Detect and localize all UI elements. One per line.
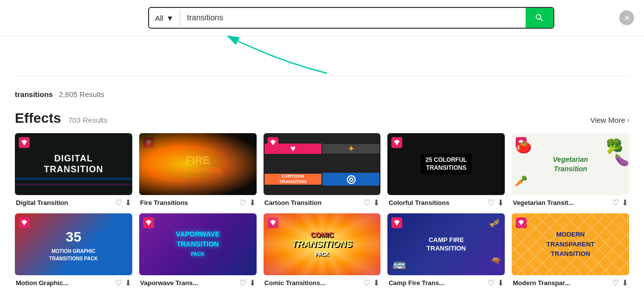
- card-title-colorful: Colorful Transitions: [388, 199, 449, 206]
- like-button-vegetarian[interactable]: ♡: [612, 198, 619, 207]
- premium-badge-campfire: [391, 217, 402, 228]
- view-more-link[interactable]: View More ›: [590, 116, 629, 124]
- clear-search-button[interactable]: ✕: [619, 10, 634, 25]
- category-dropdown[interactable]: All ▼: [149, 10, 180, 26]
- like-button-comic[interactable]: ♡: [363, 278, 370, 288]
- card-label-fire: Fire Transitions ♡ ⬇: [139, 195, 257, 209]
- campfire-thumb-text: CAMP FIRETRANSITION: [427, 236, 466, 253]
- card-cartoon-transition: ♥ ✦ CARTOONTRANSITION ◎ Cartoon Transiti…: [264, 133, 381, 209]
- download-button-vaporwave[interactable]: ⬇: [249, 278, 256, 288]
- download-button-vegetarian[interactable]: ⬇: [622, 198, 628, 207]
- search-container: All ▼: [148, 7, 554, 29]
- premium-badge-colorful: [391, 137, 402, 148]
- like-button-cartoon[interactable]: ♡: [363, 198, 370, 207]
- gem-icon: [393, 219, 400, 226]
- card-label-digital: Digital Transition ♡ ⬇: [15, 195, 132, 209]
- thumb-modern-transparent[interactable]: MODERNTRANSPARENTTRANSITION: [512, 213, 629, 275]
- card-digital-transition: DIGITALTRANSITION Digital Transition ♡ ⬇: [15, 133, 132, 209]
- card-title-vegetarian: Vegetarian Transit...: [513, 199, 574, 206]
- card-title-campfire: Camp Fire Trans...: [388, 279, 444, 287]
- dropdown-label: All: [155, 14, 163, 22]
- thumb-vaporwave-transition[interactable]: VAPORWAVETRANSITIONPACK: [139, 213, 257, 275]
- cartoon-cell-4: ◎: [322, 173, 379, 186]
- card-title-digital: Digital Transition: [16, 199, 68, 206]
- card-vegetarian-transition: 🥦 🍆 🍅 🥕 VegetarianTransition Vegetarian …: [512, 133, 629, 209]
- card-actions-vaporwave: ♡ ⬇: [239, 278, 256, 288]
- card-actions-digital: ♡ ⬇: [115, 198, 131, 207]
- download-button-colorful[interactable]: ⬇: [497, 198, 504, 207]
- veggie-emoji-3: 🍅: [516, 139, 532, 154]
- premium-badge-motion: [19, 217, 30, 228]
- premium-badge-vaporwave: [143, 217, 154, 228]
- thumb-comic-transitions[interactable]: COMICTransitionsPACK: [264, 213, 381, 275]
- thumb-digital-transition[interactable]: DIGITALTRANSITION: [15, 133, 132, 195]
- download-button-campfire[interactable]: ⬇: [497, 278, 504, 288]
- section-header: Effects 703 Results View More ›: [15, 101, 629, 133]
- like-button-digital[interactable]: ♡: [115, 198, 122, 207]
- thumb-vegetarian-transition[interactable]: 🥦 🍆 🍅 🥕 VegetarianTransition: [512, 133, 629, 195]
- colorful-text: 25 COLORFULTRANSITIONS: [421, 153, 472, 175]
- card-label-vaporwave: Vaporwave Trans... ♡ ⬇: [139, 275, 257, 290]
- card-camp-fire-transition: 🎺 🔫 🚌 CAMP FIRETRANSITION Camp Fire Tran…: [387, 213, 505, 290]
- main-content: transitions 2,805 Results Effects 703 Re…: [0, 76, 644, 297]
- search-query: transitions: [15, 90, 53, 99]
- effects-row-2: 35 MOTION GRAPHICTRANSITIONS PACK Motion…: [15, 213, 629, 290]
- premium-badge-cartoon: [268, 137, 278, 148]
- motion-thumb-text: 35 MOTION GRAPHICTRANSITIONS PACK: [45, 223, 102, 266]
- card-title-comic: Comic Transitions...: [265, 279, 326, 287]
- download-button-modern[interactable]: ⬇: [622, 278, 628, 288]
- download-button-motion[interactable]: ⬇: [125, 278, 131, 288]
- gem-icon: [21, 219, 28, 226]
- campfire-icon-2: 🔫: [491, 256, 501, 265]
- thumb-motion-pack[interactable]: 35 MOTION GRAPHICTRANSITIONS PACK: [15, 213, 132, 275]
- card-fire-transitions: FIRE TRANSITIONS Fire Transitions ♡ ⬇: [139, 133, 257, 209]
- thumb-cartoon-transition[interactable]: ♥ ✦ CARTOONTRANSITION ◎: [264, 133, 381, 195]
- chevron-down-icon: ▼: [166, 14, 174, 22]
- close-icon: ✕: [624, 13, 630, 23]
- card-vaporwave-transition: VAPORWAVETRANSITIONPACK Vaporwave Trans.…: [139, 213, 257, 290]
- modern-thumb-text: MODERNTRANSPARENTTRANSITION: [546, 230, 594, 259]
- card-label-cartoon: Cartoon Transition ♡ ⬇: [264, 195, 381, 209]
- card-motion-pack: 35 MOTION GRAPHICTRANSITIONS PACK Motion…: [15, 213, 132, 290]
- effects-row-1: DIGITALTRANSITION Digital Transition ♡ ⬇…: [15, 133, 629, 209]
- thumb-colorful-transitions[interactable]: 25 COLORFULTRANSITIONS: [387, 133, 505, 195]
- vaporwave-thumb-text: VAPORWAVETRANSITIONPACK: [176, 230, 220, 259]
- card-actions-vegetarian: ♡ ⬇: [612, 198, 628, 207]
- card-colorful-transitions: 25 COLORFULTRANSITIONS Colorful Transiti…: [387, 133, 505, 209]
- card-actions-cartoon: ♡ ⬇: [363, 198, 379, 207]
- comic-thumb-text: COMICTransitionsPACK: [292, 231, 352, 258]
- campfire-icon-1: 🎺: [489, 217, 500, 228]
- card-title-modern: Modern Transpar...: [513, 279, 570, 287]
- card-label-comic: Comic Transitions... ♡ ⬇: [264, 275, 381, 290]
- section-title: Effects: [15, 110, 61, 126]
- card-actions-comic: ♡ ⬇: [363, 278, 379, 288]
- like-button-fire[interactable]: ♡: [239, 198, 246, 207]
- download-button-cartoon[interactable]: ⬇: [373, 198, 379, 207]
- like-button-motion[interactable]: ♡: [115, 278, 122, 288]
- arrow-annotation: [0, 36, 644, 76]
- download-button-comic[interactable]: ⬇: [373, 278, 379, 288]
- download-button-fire[interactable]: ⬇: [249, 198, 256, 207]
- veggie-emoji-2: 🍆: [614, 153, 629, 167]
- card-title-fire: Fire Transitions: [140, 199, 188, 206]
- card-actions-fire: ♡ ⬇: [239, 198, 256, 207]
- veggie-emoji-1: 🥦: [606, 138, 623, 154]
- thumb-fire-transitions[interactable]: FIRE TRANSITIONS: [139, 133, 257, 195]
- like-button-campfire[interactable]: ♡: [487, 278, 494, 288]
- download-button-digital[interactable]: ⬇: [125, 198, 131, 207]
- card-label-modern: Modern Transpar... ♡ ⬇: [512, 275, 629, 290]
- campfire-bus: 🚌: [392, 257, 406, 270]
- like-button-colorful[interactable]: ♡: [487, 198, 494, 207]
- card-label-motion: Motion Graphic... ♡ ⬇: [15, 275, 132, 290]
- thumb-camp-fire-transition[interactable]: 🎺 🔫 🚌 CAMP FIRETRANSITION: [387, 213, 505, 275]
- card-title-cartoon: Cartoon Transition: [265, 199, 322, 206]
- search-input[interactable]: [180, 9, 526, 26]
- card-label-colorful: Colorful Transitions ♡ ⬇: [387, 195, 505, 209]
- gem-icon: [269, 139, 276, 146]
- chevron-right-icon: ›: [627, 117, 629, 124]
- like-button-vaporwave[interactable]: ♡: [239, 278, 246, 288]
- gem-icon: [393, 139, 400, 146]
- section-count: 703 Results: [68, 116, 107, 124]
- like-button-modern[interactable]: ♡: [612, 278, 619, 288]
- search-button[interactable]: [526, 8, 553, 28]
